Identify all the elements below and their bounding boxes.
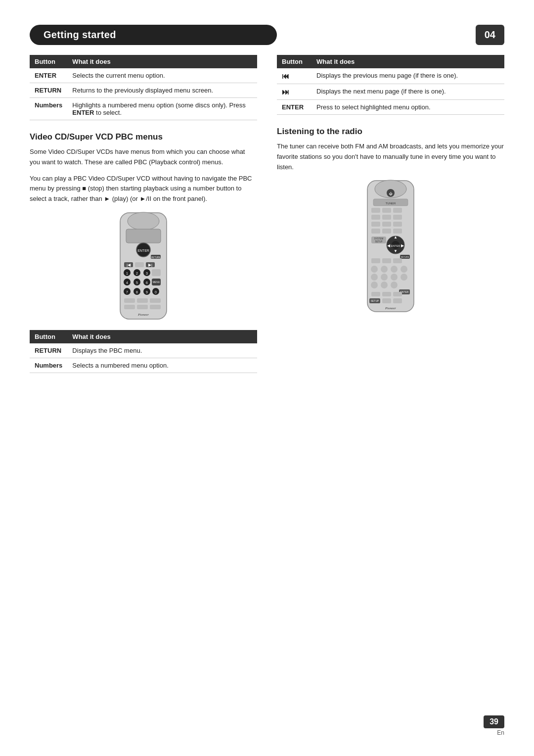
svg-text:1: 1 <box>126 272 128 275</box>
col-whatitdoes-header-r: What it does <box>312 55 504 68</box>
svg-rect-37 <box>150 298 161 303</box>
svg-rect-18 <box>152 269 161 276</box>
button-label: RETURN <box>30 343 67 358</box>
button-desc: Returns to the previously displayed menu… <box>67 83 257 98</box>
svg-point-76 <box>381 266 388 273</box>
svg-rect-72 <box>371 258 380 263</box>
vcd-para1: Some Video CD/Super VCDs have menus from… <box>30 147 257 168</box>
svg-rect-39 <box>137 305 148 309</box>
svg-text:MENU: MENU <box>153 281 160 284</box>
button-desc: Displays the next menu page (if there is… <box>312 84 504 100</box>
svg-text:ENTER: ENTER <box>391 244 400 247</box>
svg-text:▲: ▲ <box>394 235 398 239</box>
svg-rect-55 <box>382 222 391 227</box>
title-text: Getting started <box>44 29 116 40</box>
svg-text:3: 3 <box>146 272 148 275</box>
button-label: Numbers <box>30 98 67 120</box>
svg-point-79 <box>371 274 378 281</box>
svg-rect-88 <box>371 292 380 296</box>
page-footer: 39 En <box>484 715 504 736</box>
svg-text:TUNER: TUNER <box>386 202 396 205</box>
svg-text:6: 6 <box>146 281 148 284</box>
svg-text:SYSTEM: SYSTEM <box>374 237 384 240</box>
vcd-section: Video CD/Super VCD PBC menus Some Video … <box>30 132 257 204</box>
svg-point-81 <box>391 274 398 281</box>
left-column: Button What it does ENTER Selects the cu… <box>30 55 257 385</box>
svg-text:0: 0 <box>155 290 157 294</box>
svg-text:Pioneer: Pioneer <box>137 313 149 317</box>
button-label: ENTER <box>277 100 312 115</box>
svg-rect-35 <box>124 298 135 303</box>
table-row: RETURN Returns to the previously display… <box>30 83 257 98</box>
radio-remote-image: ⏻ TUNER SYSTEM SETUP <box>277 178 504 317</box>
svg-rect-52 <box>382 215 391 220</box>
button-desc: Highlights a numbered menu option (some … <box>67 98 257 120</box>
svg-text:▶|: ▶| <box>148 263 152 267</box>
svg-rect-74 <box>393 258 402 263</box>
svg-rect-58 <box>382 229 391 234</box>
table-row: RETURN Displays the PBC menu. <box>30 343 257 358</box>
svg-point-77 <box>391 266 398 273</box>
svg-text:7: 7 <box>126 290 128 294</box>
button-label: ENTER <box>30 68 67 83</box>
svg-text:▼: ▼ <box>394 249 398 253</box>
table-row: ENTER Selects the current menu option. <box>30 68 257 83</box>
svg-text:Pioneer: Pioneer <box>385 306 396 310</box>
table-row: ENTER Press to select highlighted menu o… <box>277 100 504 115</box>
table-row: ⏭ Displays the next menu page (if there … <box>277 84 504 100</box>
button-desc: Press to select highlighted menu option. <box>312 100 504 115</box>
table-row: Numbers Highlights a numbered menu optio… <box>30 98 257 120</box>
svg-text:5: 5 <box>136 281 138 284</box>
svg-point-75 <box>371 266 378 273</box>
button-desc: Displays the previous menu page (if ther… <box>312 68 504 84</box>
col-whatitdoes-header2: What it does <box>67 330 257 343</box>
svg-text:⏻: ⏻ <box>389 192 393 195</box>
svg-rect-40 <box>150 305 161 309</box>
svg-point-82 <box>400 274 407 281</box>
footer-page-number: 39 <box>484 715 504 728</box>
svg-point-1 <box>128 212 159 230</box>
svg-rect-90 <box>393 292 402 296</box>
svg-point-85 <box>391 282 398 288</box>
col-button-header2: Button <box>30 330 67 343</box>
button-label: ⏭ <box>277 84 312 100</box>
col-button-header-r: Button <box>277 55 312 68</box>
right-table-1: Button What it does ⏮ Displays the previ… <box>277 55 504 115</box>
footer-lang: En <box>484 729 504 736</box>
svg-point-83 <box>371 282 378 288</box>
table-row: Numbers Selects a numbered menu option. <box>30 358 257 373</box>
svg-text:▶: ▶ <box>401 243 404 248</box>
svg-text:RETURN: RETURN <box>401 256 409 258</box>
main-content: Button What it does ENTER Selects the cu… <box>30 55 504 385</box>
svg-text:4: 4 <box>126 281 128 284</box>
svg-rect-59 <box>393 229 402 234</box>
radio-title: Listening to the radio <box>277 127 504 137</box>
svg-point-78 <box>400 266 407 273</box>
svg-text:8: 8 <box>136 290 138 294</box>
svg-text:9: 9 <box>146 290 148 294</box>
button-label: RETURN <box>30 83 67 98</box>
button-desc: Selects a numbered menu option. <box>67 358 257 373</box>
svg-rect-57 <box>371 229 380 234</box>
button-desc: Selects the current menu option. <box>67 68 257 83</box>
page-number: 04 <box>485 29 495 41</box>
col-button-header: Button <box>30 55 67 68</box>
svg-rect-94 <box>393 298 402 303</box>
svg-text:2: 2 <box>136 272 138 275</box>
vcd-title: Video CD/Super VCD PBC menus <box>30 132 257 142</box>
svg-rect-56 <box>393 222 402 227</box>
col-whatitdoes-header: What it does <box>67 55 257 68</box>
svg-rect-9 <box>135 262 144 267</box>
svg-point-80 <box>381 274 388 281</box>
svg-text:ENTER: ENTER <box>137 249 149 252</box>
left-table-1: Button What it does ENTER Selects the cu… <box>30 55 257 120</box>
radio-section: Listening to the radio The tuner can rec… <box>277 127 504 172</box>
right-column: Button What it does ⏮ Displays the previ… <box>277 55 504 385</box>
page-title: Getting started <box>30 25 277 45</box>
vcd-remote-image: ENTER RETURN |◀ ▶| 1 2 3 4 <box>30 210 257 324</box>
svg-rect-36 <box>137 298 148 303</box>
radio-para: The tuner can receive both FM and AM bro… <box>277 142 504 172</box>
page-header: Getting started 04 <box>30 25 504 45</box>
button-desc: Displays the PBC menu. <box>67 343 257 358</box>
left-table-2: Button What it does RETURN Displays the … <box>30 330 257 373</box>
